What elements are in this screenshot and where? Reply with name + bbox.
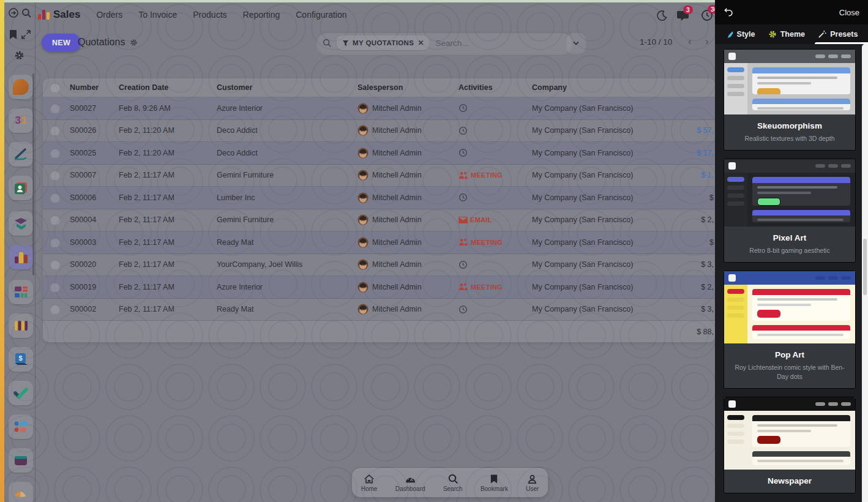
dock-item-bookmark[interactable]: Bookmark	[481, 474, 508, 492]
clock-activity-icon[interactable]	[458, 103, 468, 113]
table-row[interactable]: S00006Feb 2, 11:17 AMLumber IncMitchell …	[43, 187, 715, 209]
tab-theme[interactable]: Theme	[768, 30, 805, 39]
table-row[interactable]: S00003Feb 2, 11:17 AMReady MatMitchell A…	[43, 231, 715, 254]
table-row[interactable]: S00020Feb 2, 11:17 AMYourCompany, Joel W…	[43, 254, 715, 277]
search-dropdown-button[interactable]	[566, 32, 586, 54]
meeting-activity-icon[interactable]	[458, 171, 468, 179]
home-icon	[364, 474, 375, 484]
filter-chip[interactable]: MY QUOTATIONS ✕	[337, 36, 429, 50]
insert-icon[interactable]	[8, 7, 20, 20]
menu-to-invoice[interactable]: To Invoice	[138, 10, 177, 20]
header-number[interactable]: Number	[67, 83, 116, 92]
dock-item-dashboard[interactable]: Dashboard	[395, 474, 425, 492]
theme-panel: Close Style Theme Presets SkeuomorphismR…	[715, 0, 868, 502]
cell-salesperson: Mitchell Admin	[355, 148, 456, 159]
meeting-activity-icon[interactable]	[458, 283, 468, 291]
app-icon-partial[interactable]	[9, 482, 33, 502]
row-checkbox[interactable]	[50, 126, 60, 135]
search-icon	[322, 38, 332, 48]
search-bar[interactable]: MY QUOTATIONS ✕	[316, 32, 573, 54]
clock-activity-icon[interactable]	[458, 148, 468, 157]
clock-activity-icon[interactable]	[458, 193, 468, 202]
dock-item-user[interactable]: User	[526, 474, 539, 492]
activities-clock-icon[interactable]: 36	[701, 6, 713, 24]
preset-card-pixel-art[interactable]: Pixel ArtRetro 8-bit gaming aesthetic	[724, 159, 856, 263]
filter-remove-icon[interactable]: ✕	[417, 39, 424, 47]
panel-scrollbar-thumb[interactable]	[863, 239, 867, 295]
row-checkbox[interactable]	[50, 103, 60, 113]
bookmark-icon[interactable]	[9, 29, 21, 42]
header-customer[interactable]: Customer	[214, 83, 355, 92]
clock-activity-icon[interactable]	[458, 260, 468, 269]
row-checkbox[interactable]	[50, 148, 60, 158]
row-checkbox[interactable]	[50, 238, 60, 247]
filter-chip-label: MY QUOTATIONS	[353, 39, 414, 47]
cell-salesperson: Mitchell Admin	[355, 304, 456, 315]
row-checkbox[interactable]	[50, 170, 60, 180]
settings-gear-icon[interactable]	[14, 50, 26, 62]
dock-item-home[interactable]: Home	[361, 474, 378, 492]
preset-card-newspaper[interactable]: Newspaper	[724, 397, 856, 493]
menu-configuration[interactable]: Configuration	[296, 10, 346, 20]
table-row[interactable]: S00027Feb 8, 9:26 AMAzure InteriorMitche…	[43, 97, 715, 120]
cell-salesperson: Mitchell Admin	[355, 282, 456, 293]
app-icon-sales[interactable]	[9, 245, 33, 269]
header-salesperson[interactable]: Salesperson	[355, 83, 456, 92]
expand-icon[interactable]	[21, 29, 33, 42]
menu-reporting[interactable]: Reporting	[243, 10, 280, 20]
bookmark-icon	[490, 474, 498, 484]
table-row[interactable]: S00007Feb 2, 11:17 AMGemini FurnitureMit…	[43, 165, 715, 187]
app-icon-crm[interactable]	[9, 211, 33, 236]
app-icon-todo[interactable]	[9, 381, 33, 405]
tab-style[interactable]: Style	[725, 30, 755, 39]
undo-icon[interactable]	[724, 7, 734, 17]
select-all-checkbox[interactable]	[50, 83, 60, 92]
app-icon-discuss[interactable]	[9, 75, 33, 99]
app-icon-contacts[interactable]	[9, 176, 33, 200]
new-button[interactable]: NEW	[42, 34, 81, 51]
row-checkbox[interactable]	[50, 304, 60, 314]
table-row[interactable]: S00002Feb 2, 11:17 AMReady MatMitchell A…	[43, 299, 715, 321]
view-settings-gear-icon[interactable]	[130, 39, 138, 47]
dark-mode-moon-icon[interactable]	[656, 6, 668, 24]
cell-activities	[456, 103, 529, 113]
dock-scrollbar[interactable]	[32, 73, 34, 275]
preset-card-skeuomorphism[interactable]: SkeuomorphismRealistic textures with 3D …	[724, 49, 856, 151]
search-icon[interactable]	[21, 7, 33, 20]
app-icon-sign[interactable]	[9, 142, 33, 167]
dock-item-search[interactable]: Search	[443, 473, 463, 492]
preset-card-pop-art[interactable]: Pop ArtRoy Lichtenstein comic style with…	[724, 271, 856, 388]
search-input[interactable]	[434, 38, 567, 48]
row-checkbox[interactable]	[50, 215, 60, 225]
menu-products[interactable]: Products	[193, 10, 226, 20]
header-company[interactable]: Company	[529, 83, 679, 92]
meeting-activity-icon[interactable]	[458, 238, 468, 246]
app-icon-expenses[interactable]	[9, 448, 33, 473]
row-checkbox[interactable]	[50, 260, 60, 269]
clock-activity-icon[interactable]	[458, 126, 468, 135]
close-button[interactable]: Close	[839, 8, 859, 17]
header-activities[interactable]: Activities	[456, 83, 529, 92]
email-activity-icon[interactable]	[458, 217, 468, 223]
app-icon-calendar[interactable]: 31	[9, 108, 33, 133]
sales-app-logo[interactable]: Sales	[38, 9, 80, 21]
row-checkbox[interactable]	[50, 282, 60, 292]
clock-activity-icon[interactable]	[458, 305, 468, 314]
row-checkbox[interactable]	[50, 193, 60, 203]
messages-icon[interactable]: 3	[676, 6, 689, 24]
table-row[interactable]: S00026Feb 2, 11:20 AMDeco AddictMitchell…	[43, 120, 715, 143]
table-row[interactable]: S00019Feb 2, 11:17 AMAzure InteriorMitch…	[43, 276, 715, 299]
table-row[interactable]: S00025Feb 2, 11:20 AMDeco AddictMitchell…	[43, 142, 715, 165]
messages-badge: 3	[683, 6, 693, 14]
app-icon-planning[interactable]	[9, 414, 33, 439]
app-icon-accounting[interactable]: $	[9, 347, 33, 372]
pager-next-icon[interactable]: ›	[705, 36, 709, 48]
app-icon-point-of-sale[interactable]	[9, 313, 33, 338]
header-creation-date[interactable]: Creation Date	[116, 83, 214, 92]
pager-previous-icon[interactable]: ‹	[688, 36, 692, 48]
app-icon-apps[interactable]	[9, 280, 33, 304]
tab-presets[interactable]: Presets	[818, 30, 858, 39]
table-row[interactable]: S00004Feb 2, 11:17 AMGemini FurnitureMit…	[43, 209, 715, 232]
panel-scrollbar[interactable]	[862, 44, 868, 502]
menu-orders[interactable]: Orders	[96, 10, 122, 20]
